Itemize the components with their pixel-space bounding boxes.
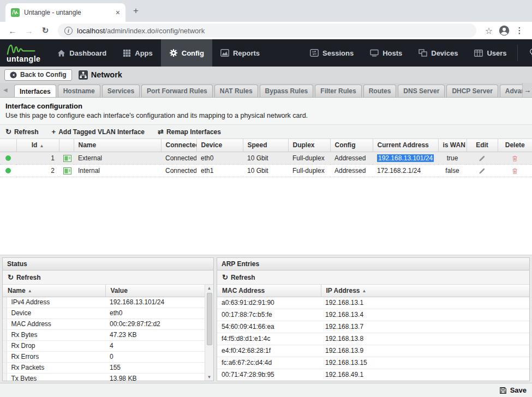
arp-row: 54:60:09:41:66:ea 192.168.13.7: [217, 321, 529, 333]
status-name-column-header[interactable]: Name▲: [3, 285, 105, 297]
interface-speed: 10 Gbit: [243, 164, 288, 177]
arp-mac-address: 00:17:88:7c:b5:fe: [217, 309, 321, 321]
remap-interfaces-button[interactable]: ⇄ Remap Interfaces: [158, 128, 221, 136]
id-column-header[interactable]: Id▲: [16, 139, 59, 152]
nav-item-reports[interactable]: Reports: [212, 39, 268, 67]
current-address-column-header[interactable]: Current Address: [373, 139, 438, 152]
status-row: Rx Errors 0: [3, 351, 205, 362]
status-name: MAC Address: [7, 318, 105, 329]
refresh-icon: ↻: [222, 273, 228, 281]
nav-item-config[interactable]: Config: [161, 39, 212, 67]
interface-connected: Connected: [161, 164, 196, 177]
status-scrollbar[interactable]: ▲ ▼: [205, 285, 213, 381]
status-refresh-button[interactable]: ↻ Refresh: [8, 273, 41, 281]
apps-grid-icon: [123, 49, 131, 57]
is-wan-column-header[interactable]: is WAN: [438, 139, 467, 152]
sort-asc-icon: ▲: [39, 143, 44, 148]
interface-row[interactable]: 1 External Connected eth0 10 Gbit Full-d…: [0, 152, 532, 164]
host-monitor-icon: [370, 49, 379, 57]
config-tab[interactable]: NAT Rules: [214, 85, 258, 97]
interfaces-table: Id▲ Name Connected Device Speed Duplex C…: [0, 139, 532, 177]
nav-item-devices[interactable]: Devices: [410, 39, 466, 67]
tab-close-icon[interactable]: ×: [116, 9, 120, 16]
nic-card-icon: [63, 166, 71, 174]
url-host: localhost: [77, 27, 105, 35]
status-value: 0: [105, 351, 205, 362]
nav-label: Reports: [233, 49, 260, 57]
config-tab[interactable]: DHCP Server: [446, 85, 498, 97]
main-content: Interface configuration Use this page to…: [0, 98, 532, 397]
nav-label: Devices: [431, 49, 458, 57]
status-value: 47.23 KB: [105, 329, 205, 340]
config-tab[interactable]: Interfaces: [14, 85, 56, 98]
scrollbar-thumb[interactable]: [207, 293, 212, 345]
delete-trash-icon[interactable]: [511, 166, 518, 174]
edit-pencil-icon[interactable]: [479, 154, 486, 161]
untangle-logo[interactable]: untangle: [0, 39, 49, 67]
new-tab-button[interactable]: +: [133, 5, 139, 16]
config-tab[interactable]: Hostname: [58, 85, 100, 97]
interface-row[interactable]: 2 Internal Connected eth1 10 Gbit Full-d…: [0, 164, 532, 177]
save-button[interactable]: Save: [499, 386, 527, 394]
row-grip: [3, 362, 7, 373]
nav-item-hosts[interactable]: Hosts: [362, 39, 410, 67]
refresh-button[interactable]: ↻ Refresh: [5, 128, 39, 136]
config-tab[interactable]: DNS Server: [398, 85, 445, 97]
nav-item-apps[interactable]: Apps: [115, 39, 161, 67]
nav-label: Dashboard: [69, 49, 106, 57]
browser-back-icon[interactable]: ←: [5, 26, 20, 35]
browser-tab[interactable]: Untangle - untangle ×: [5, 3, 125, 22]
address-bar[interactable]: i localhost/admin/index.do#config/networ…: [58, 23, 476, 38]
speed-column-header[interactable]: Speed: [243, 139, 288, 152]
arp-ip-address: 192.168.49.1: [321, 369, 529, 381]
delete-trash-icon[interactable]: [511, 154, 518, 161]
browser-forward-icon[interactable]: →: [22, 26, 36, 35]
status-value-column-header[interactable]: Value: [105, 285, 205, 297]
add-vlan-button[interactable]: + Add Tagged VLAN Interface: [52, 128, 145, 136]
nav-item-dashboard[interactable]: Dashboard: [49, 39, 115, 67]
page-info-icon[interactable]: i: [64, 27, 73, 35]
tab-scroll-left-icon[interactable]: ◄: [2, 86, 9, 94]
bookmark-star-icon[interactable]: ☆: [482, 26, 496, 36]
bottom-panels: Status ↻ Refresh Name▲ Value: [0, 255, 532, 383]
plus-icon: +: [52, 128, 56, 136]
back-to-config-button[interactable]: Back to Config: [4, 69, 72, 81]
name-column-header[interactable]: Name: [74, 139, 161, 152]
status-value: 13.98 KB: [105, 373, 205, 381]
row-grip: [3, 297, 7, 308]
tab-scroll-right-icon[interactable]: →: [522, 83, 532, 97]
edit-pencil-icon[interactable]: [479, 166, 486, 174]
ip-address-column-header[interactable]: IP Address▲: [321, 285, 529, 297]
config-tab[interactable]: Bypass Rules: [260, 85, 314, 97]
browser-reload-icon[interactable]: ↻: [38, 26, 52, 35]
status-name: IPv4 Address: [7, 297, 105, 308]
config-tab-strip: Interfaces Hostname Services Port Forwar…: [0, 83, 532, 98]
back-circle-icon: [10, 71, 17, 79]
notifications-bulb-icon[interactable]: [520, 48, 532, 58]
config-tab[interactable]: Port Forward Rules: [141, 85, 213, 97]
arp-ip-address: 192.168.13.15: [321, 357, 529, 369]
arp-mac-address: 54:60:09:41:66:ea: [217, 321, 321, 333]
connected-column-header[interactable]: Connected: [161, 139, 196, 152]
mac-address-column-header[interactable]: MAC Address: [217, 285, 321, 297]
edit-column-header[interactable]: Edit: [467, 139, 498, 152]
nav-item-sessions[interactable]: Sessions: [302, 39, 362, 67]
status-value: 155: [105, 362, 205, 373]
interface-id: 2: [16, 164, 59, 177]
device-column-header[interactable]: Device: [196, 139, 243, 152]
duplex-column-header[interactable]: Duplex: [288, 139, 330, 152]
config-tab[interactable]: Services: [102, 85, 140, 97]
arp-mac-address: fc:a6:67:2c:d4:4d: [217, 357, 321, 369]
config-tab[interactable]: Filter Rules: [315, 85, 361, 97]
gear-icon: [169, 49, 178, 57]
arp-refresh-button[interactable]: ↻ Refresh: [222, 273, 255, 281]
config-tab[interactable]: Routes: [363, 85, 397, 97]
scroll-up-icon: ▲: [207, 286, 212, 291]
config-column-header[interactable]: Config: [330, 139, 373, 152]
arp-mac-address: 00:71:47:28:9b:95: [217, 369, 321, 381]
url-path: /admin/index.do#config/network: [105, 27, 205, 35]
browser-menu-icon[interactable]: ⋮: [512, 26, 527, 35]
browser-profile-avatar[interactable]: [498, 25, 510, 37]
delete-column-header[interactable]: Delete: [498, 139, 532, 152]
nav-item-users[interactable]: Users: [466, 39, 515, 67]
